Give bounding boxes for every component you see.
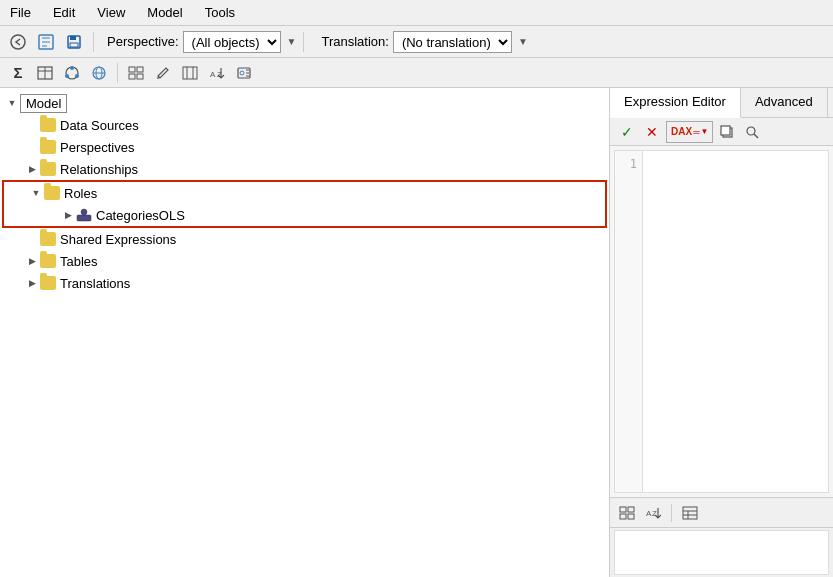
tree-translations[interactable]: ▶ Translations: [0, 272, 609, 294]
relationships-expand-icon[interactable]: ▶: [24, 161, 40, 177]
line-number-1: 1: [615, 155, 642, 173]
toolbar-sep-1: [93, 32, 94, 52]
bottom-right-panel: A Z: [610, 497, 833, 577]
tree-tables[interactable]: ▶ Tables: [0, 250, 609, 272]
toolbar-extra-btn[interactable]: [232, 61, 256, 85]
expr-search-btn[interactable]: [741, 121, 763, 143]
svg-point-30: [747, 127, 755, 135]
categories-expand-icon[interactable]: ▶: [60, 207, 76, 223]
toolbar-grid-btn[interactable]: [124, 61, 148, 85]
expr-copy-btn[interactable]: [716, 121, 738, 143]
toolbar-globe-btn[interactable]: [87, 61, 111, 85]
menu-file[interactable]: File: [6, 4, 35, 21]
bottom-list-btn[interactable]: [679, 502, 701, 524]
roles-label: Roles: [64, 186, 97, 201]
menu-view[interactable]: View: [93, 4, 129, 21]
toolbar-pencil-btn[interactable]: [151, 61, 175, 85]
expression-editor-tabs: Expression Editor Advanced: [610, 88, 833, 118]
expr-cancel-btn[interactable]: ✕: [641, 121, 663, 143]
tree-categories-ols[interactable]: ▶ CategoriesOLS: [4, 204, 605, 226]
svg-rect-19: [183, 67, 197, 79]
expr-check-btn[interactable]: ✓: [616, 121, 638, 143]
data-sources-label: Data Sources: [60, 118, 139, 133]
menu-tools[interactable]: Tools: [201, 4, 239, 21]
tree-relationships[interactable]: ▶ Relationships: [0, 158, 609, 180]
roles-highlighted-container: ▼ Roles ▶ CategoriesOLS: [2, 180, 607, 228]
translations-label: Translations: [60, 276, 130, 291]
dax-dropdown-btn[interactable]: DAX ═ ▼: [666, 121, 713, 143]
svg-rect-4: [70, 43, 78, 47]
line-numbers: 1: [615, 151, 643, 492]
tab-expression-editor[interactable]: Expression Editor: [610, 88, 741, 118]
dax-line-icon: ═: [693, 127, 699, 137]
svg-rect-38: [683, 507, 697, 519]
svg-rect-33: [628, 507, 634, 512]
svg-rect-3: [70, 36, 76, 40]
svg-rect-17: [129, 74, 135, 79]
translations-expand-icon[interactable]: ▶: [24, 275, 40, 291]
perspective-select[interactable]: (All objects): [183, 31, 281, 53]
model-box: Model: [20, 94, 67, 113]
svg-rect-35: [628, 514, 634, 519]
svg-line-31: [754, 134, 758, 138]
toolbar-btn-model[interactable]: [34, 30, 58, 54]
tables-expand-icon[interactable]: ▶: [24, 253, 40, 269]
tree-data-sources[interactable]: Data Sources: [0, 114, 609, 136]
svg-point-0: [11, 35, 25, 49]
secondary-toolbar: Σ AZ: [0, 58, 833, 88]
svg-rect-32: [620, 507, 626, 512]
tree-perspectives[interactable]: Perspectives: [0, 136, 609, 158]
folder-icon-relationships: [40, 162, 56, 176]
perspective-dropdown-icon[interactable]: ▼: [287, 36, 297, 47]
folder-icon-translations: [40, 276, 56, 290]
toolbar2-sep-1: [117, 63, 118, 83]
roles-expand-icon[interactable]: ▼: [28, 185, 44, 201]
folder-icon-perspectives: [40, 140, 56, 154]
tree-roles[interactable]: ▼ Roles: [4, 182, 605, 204]
bottom-grid-btn[interactable]: [616, 502, 638, 524]
menu-model[interactable]: Model: [143, 4, 186, 21]
svg-rect-16: [137, 67, 143, 72]
bottom-content-area: [614, 530, 829, 575]
svg-rect-26: [77, 215, 91, 221]
toolbar-sigma-btn[interactable]: Σ: [6, 61, 30, 85]
folder-icon-data-sources: [40, 118, 56, 132]
expression-content[interactable]: [643, 151, 828, 492]
tree-panel: ▼ Model Data Sources Perspectives ▶ Rela…: [0, 88, 610, 577]
svg-rect-34: [620, 514, 626, 519]
translation-dropdown-icon[interactable]: ▼: [518, 36, 528, 47]
svg-rect-15: [129, 67, 135, 72]
perspective-label: Perspective:: [107, 34, 179, 49]
model-label: Model: [26, 96, 61, 111]
main-toolbar: Perspective: (All objects) ▼ Translation…: [0, 26, 833, 58]
categories-ols-label: CategoriesOLS: [96, 208, 185, 223]
svg-rect-29: [721, 126, 730, 135]
svg-point-27: [81, 209, 87, 215]
translation-select[interactable]: (No translation): [393, 31, 512, 53]
toolbar-sortaz-btn[interactable]: AZ: [205, 61, 229, 85]
menu-bar: File Edit View Model Tools: [0, 0, 833, 26]
model-expand-icon[interactable]: ▼: [4, 95, 20, 111]
shared-expressions-label: Shared Expressions: [60, 232, 176, 247]
svg-point-9: [70, 66, 74, 70]
menu-edit[interactable]: Edit: [49, 4, 79, 21]
toolbar-diagram-btn[interactable]: [60, 61, 84, 85]
expression-toolbar: ✓ ✕ DAX ═ ▼: [610, 118, 833, 146]
folder-icon-roles: [44, 186, 60, 200]
expression-editor-area[interactable]: 1: [614, 150, 829, 493]
toolbar-table-btn[interactable]: [33, 61, 57, 85]
bottom-sort-btn[interactable]: A Z: [642, 502, 664, 524]
toolbar-btn-save[interactable]: [62, 30, 86, 54]
svg-text:A: A: [210, 70, 216, 79]
bottom-toolbar: A Z: [610, 498, 833, 528]
tables-label: Tables: [60, 254, 98, 269]
translation-label: Translation:: [321, 34, 388, 49]
toolbar-btn-back[interactable]: [6, 30, 30, 54]
toolbar-columns-btn[interactable]: [178, 61, 202, 85]
tree-shared-expressions[interactable]: Shared Expressions: [0, 228, 609, 250]
dax-chevron-icon: ▼: [701, 127, 709, 136]
tab-advanced[interactable]: Advanced: [741, 88, 828, 117]
tree-model-root[interactable]: ▼ Model: [0, 92, 609, 114]
folder-icon-tables: [40, 254, 56, 268]
role-icon: [76, 208, 92, 222]
